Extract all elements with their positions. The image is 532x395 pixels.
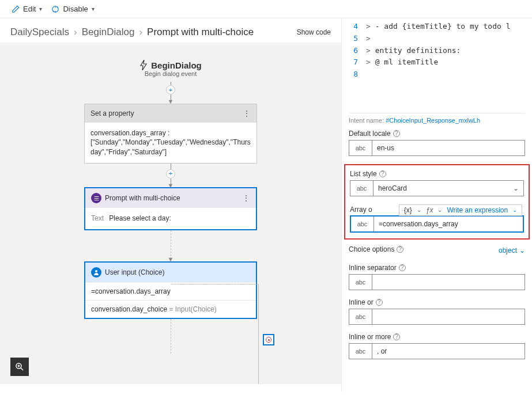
chevron-down-icon[interactable]: ⌄: [417, 207, 421, 213]
inline-or-input[interactable]: abc: [349, 309, 525, 325]
edit-label: Edit: [23, 5, 36, 13]
info-icon[interactable]: ?: [379, 170, 386, 177]
expression-toolbar: {x} ⌄ ƒx ⌄ Write an expression ⌄: [399, 204, 523, 216]
disable-button[interactable]: Disable ▾: [51, 5, 94, 13]
disable-label: Disable: [63, 5, 88, 13]
set-property-node[interactable]: Set a property ⋮ conversation.days_array…: [84, 104, 257, 164]
disable-icon: [51, 5, 59, 13]
input-row: =conversation.days_array: [85, 282, 256, 300]
list-style-label: List style ?: [350, 170, 524, 178]
validation-highlight: List style ? abc heroCard ⌄ Array o {x}: [344, 164, 530, 240]
default-locale-label: Default locale ?: [349, 130, 525, 138]
inline-or-field[interactable]: [372, 309, 525, 324]
array-of-field[interactable]: [374, 217, 523, 231]
text-label: Text: [91, 214, 104, 222]
type-prefix: abc: [349, 140, 372, 155]
intent-link[interactable]: #ChoiceInput_Response_mxlwLh: [386, 117, 480, 124]
type-prefix: abc: [350, 181, 373, 196]
fx-icon[interactable]: ƒx: [426, 206, 433, 214]
info-icon[interactable]: ?: [399, 264, 406, 271]
user-input-node[interactable]: User input (Choice) =conversation.days_a…: [84, 261, 257, 319]
info-icon[interactable]: ?: [393, 130, 400, 137]
node-title: Set a property: [90, 109, 134, 117]
show-code-button[interactable]: Show code: [297, 28, 331, 36]
array-of-input[interactable]: abc: [350, 215, 524, 233]
user-icon: [91, 267, 101, 278]
chevron-down-icon[interactable]: ⌄: [512, 207, 517, 213]
error-icon: [266, 337, 271, 343]
array-of-label: Array o: [350, 206, 372, 214]
add-action-button[interactable]: +: [166, 169, 175, 178]
chevron-down-icon: ⌄: [513, 184, 519, 192]
inline-separator-input[interactable]: abc: [349, 274, 525, 290]
object-toggle[interactable]: object ⌄: [499, 246, 525, 255]
more-icon[interactable]: ⋮: [242, 193, 250, 203]
prompt-node[interactable]: ☰ Prompt with multi-choice ⋮ Text Please…: [84, 187, 257, 230]
chevron-down-icon: ▾: [39, 6, 42, 12]
type-prefix: abc: [351, 217, 374, 231]
arrow-down-icon: ▼: [168, 184, 174, 188]
type-prefix: abc: [349, 309, 372, 324]
crumb-item[interactable]: DailySpecials: [10, 26, 69, 38]
svg-line-2: [21, 368, 23, 370]
error-indicator[interactable]: [263, 334, 274, 345]
write-expression-link[interactable]: Write an expression: [447, 206, 508, 214]
crumb-item-current: Prompt with multi-choice: [147, 26, 254, 38]
zoom-button[interactable]: [10, 358, 29, 376]
trigger-icon: [139, 60, 148, 70]
chevron-down-icon: ▾: [92, 6, 95, 12]
node-title: Prompt with multi-choice: [105, 194, 180, 202]
list-style-value: heroCard: [378, 184, 407, 192]
inline-or-more-field[interactable]: [372, 344, 525, 359]
list-style-select[interactable]: abc heroCard ⌄: [350, 180, 524, 196]
type-prefix: abc: [349, 275, 372, 290]
prompt-icon: ☰: [91, 193, 101, 203]
add-action-button[interactable]: +: [166, 85, 175, 94]
variable-icon[interactable]: {x}: [404, 206, 412, 214]
chevron-right-icon: ›: [74, 26, 77, 38]
prompt-text: Please select a day:: [109, 214, 171, 222]
node-body: conversation.days_array : ["Sunday","Mon…: [85, 123, 256, 163]
chevron-down-icon: ⌄: [519, 246, 525, 255]
crumb-item[interactable]: BeginDialog: [82, 26, 135, 38]
type-prefix: abc: [349, 344, 372, 359]
node-title: User input (Choice): [105, 268, 164, 276]
trigger-title: BeginDialog: [151, 60, 202, 70]
chevron-right-icon: ›: [139, 26, 142, 38]
chevron-down-icon[interactable]: ⌄: [437, 207, 442, 213]
info-icon[interactable]: ?: [376, 299, 383, 306]
trigger-subtitle: Begin dialog event: [73, 70, 269, 77]
arrow-down-icon: ▼: [168, 258, 174, 261]
edit-button[interactable]: Edit ▾: [12, 5, 42, 13]
default-locale-input[interactable]: abc: [349, 140, 525, 156]
properties-panel: 4> - add {itemTitle} to my todo l 5> 6> …: [342, 18, 532, 392]
inline-separator-field[interactable]: [372, 275, 525, 290]
info-icon[interactable]: ?: [397, 246, 403, 253]
inline-or-more-input[interactable]: abc: [349, 343, 525, 359]
trigger-node[interactable]: BeginDialog Begin dialog event: [73, 60, 269, 77]
input-row: conversation.day_choice = Input(Choice): [85, 300, 256, 318]
breadcrumb: DailySpecials › BeginDialog › Prompt wit…: [10, 26, 254, 38]
inline-separator-label: Inline separator ?: [349, 264, 525, 272]
inline-or-label: Inline or ?: [349, 298, 525, 306]
info-icon[interactable]: ?: [393, 333, 400, 340]
arrow-down-icon: ▼: [168, 100, 174, 104]
inline-or-more-label: Inline or more ?: [349, 333, 525, 341]
svg-point-0: [95, 270, 97, 272]
default-locale-field[interactable]: [372, 140, 525, 155]
intent-name-row: Intent name: #ChoiceInput_Response_mxlwL…: [349, 113, 525, 124]
edit-icon: [12, 5, 20, 13]
code-editor[interactable]: 4> - add {itemTitle} to my todo l 5> 6> …: [349, 18, 525, 109]
choice-options-label: Choice options ?: [349, 245, 403, 253]
more-icon[interactable]: ⋮: [243, 109, 251, 118]
